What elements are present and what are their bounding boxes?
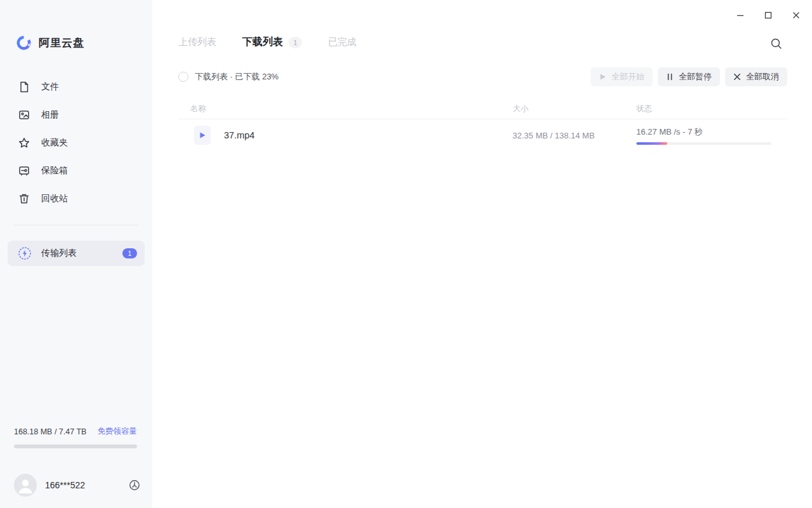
download-toolbar: 下载列表 · 已下载 23% 全部开始 全部暂停 全部取消 [178,67,787,87]
star-icon [18,137,30,149]
file-name: 37.mp4 [224,130,254,140]
table-header-row: 名称 大小 状态 [178,98,787,119]
storage-section: 168.18 MB / 7.47 TB 免费领容量 [0,426,152,448]
tab-completed[interactable]: 已完成 [328,36,357,48]
pause-icon [666,73,674,81]
app-name: 阿里云盘 [39,36,84,50]
minimize-icon [737,11,744,19]
settings-icon[interactable] [128,479,141,491]
maximize-button[interactable] [759,6,778,24]
progress-bar-fill [636,142,667,145]
sidebar-item-label: 相册 [41,109,59,121]
sidebar-item-favorites[interactable]: 收藏夹 [0,129,152,157]
file-name-cell: 37.mp4 [178,126,508,145]
sidebar-item-trash[interactable]: 回收站 [0,185,152,213]
window-controls [731,6,806,24]
user-account-row[interactable]: 166***522 [0,462,152,508]
minimize-button[interactable] [731,6,750,24]
app-logo-icon [15,34,32,51]
button-label: 全部开始 [612,71,645,83]
tab-label: 上传列表 [178,36,216,48]
person-icon [14,474,37,497]
column-header-status: 状态 [634,104,787,114]
app-logo-row: 阿里云盘 [0,0,152,51]
play-icon [599,73,606,81]
sidebar-item-safebox[interactable]: 保险箱 [0,157,152,185]
sidebar-divider [14,225,138,225]
download-speed-text: 16.27 MB /s - 7 秒 [636,126,771,138]
main-panel: 上传列表 下载列表 1 已完成 下载列表 · 已下载 23% 全部开始 全部暂停… [152,0,812,508]
file-status-cell: 16.27 MB /s - 7 秒 [634,126,787,145]
download-count-badge: 1 [289,37,302,48]
avatar [14,474,37,497]
close-icon [733,73,741,81]
transfer-tabs: 上传列表 下载列表 1 已完成 [152,0,812,49]
sidebar-item-label: 收藏夹 [41,137,68,149]
pause-all-button[interactable]: 全部暂停 [658,67,720,86]
safebox-icon [18,164,30,177]
lightning-icon [18,246,32,260]
column-header-size: 大小 [508,104,634,114]
search-button[interactable] [769,37,783,51]
sidebar-spacer [0,266,152,426]
progress-bar-track [636,142,771,145]
video-file-icon [194,126,211,145]
storage-usage-text: 168.18 MB / 7.47 TB [14,427,86,436]
close-button[interactable] [787,6,806,24]
tab-download-list[interactable]: 下载列表 1 [242,36,302,49]
storage-usage-bar [14,444,137,448]
sidebar: 阿里云盘 文件 相册 收藏夹 保险箱 回收站 传输列表 1 [0,0,152,508]
file-icon [18,81,30,93]
download-summary-text: 下载列表 · 已下载 23% [195,71,586,83]
search-icon [769,37,783,51]
select-all-checkbox[interactable] [178,72,188,82]
get-free-storage-link[interactable]: 免费领容量 [98,426,138,437]
tab-label: 已完成 [328,36,357,48]
album-icon [18,109,30,121]
file-size-cell: 32.35 MB / 138.14 MB [508,131,634,140]
transfer-count-badge: 1 [122,248,137,258]
maximize-icon [764,11,772,19]
button-label: 全部取消 [746,71,779,83]
start-all-button[interactable]: 全部开始 [591,67,653,86]
tab-label: 下载列表 [242,36,283,49]
button-label: 全部暂停 [679,71,712,83]
close-icon [792,11,800,19]
sidebar-item-label: 保险箱 [41,165,68,177]
sidebar-item-label: 传输列表 [41,248,122,259]
sidebar-nav: 文件 相册 收藏夹 保险箱 回收站 [0,73,152,213]
user-name: 166***522 [45,480,128,490]
tab-upload-list[interactable]: 上传列表 [178,36,216,48]
table-row[interactable]: 37.mp4 32.35 MB / 138.14 MB 16.27 MB /s … [178,119,787,151]
sidebar-item-transfer-list[interactable]: 传输列表 1 [8,241,145,266]
trash-icon [18,192,30,205]
sidebar-item-files[interactable]: 文件 [0,73,152,101]
sidebar-item-albums[interactable]: 相册 [0,101,152,129]
cancel-all-button[interactable]: 全部取消 [725,67,787,86]
sidebar-item-label: 回收站 [41,193,68,204]
sidebar-item-label: 文件 [41,81,59,93]
column-header-name: 名称 [178,104,508,114]
download-table: 名称 大小 状态 37.mp4 32.35 MB / 138.14 MB 16.… [178,98,787,151]
